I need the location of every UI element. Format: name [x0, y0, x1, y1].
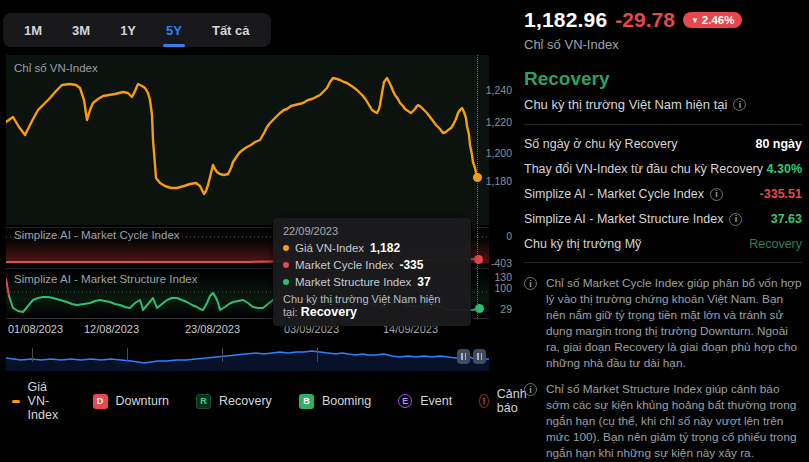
tooltip-date: 22/09/2023 [283, 225, 461, 237]
navigator-tick [317, 348, 318, 362]
stat-label-text: Chu kỳ thị trường Mỹ [524, 237, 641, 251]
tooltip-footer: Chu kỳ thị trường Việt Nam hiện tại:Reco… [283, 293, 461, 319]
last-value-marker [473, 173, 482, 182]
market-phase-subtitle: Chu kỳ thị trường Việt Nam hiện tại i [524, 97, 802, 112]
x-axis-tick-label: 01/08/2023 [8, 323, 63, 335]
stat-row: Chu kỳ thị trường MỹRecovery [524, 237, 802, 251]
footnote: iChỉ số Market Cycle Index giúp phân bổ … [524, 275, 802, 371]
stat-label-text: Thay đổi VN-Index từ đầu chu kỳ Recovery [524, 162, 763, 176]
legend-item-booming[interactable]: BBooming [299, 394, 371, 409]
legend-item-giá-vn-index[interactable]: Giá VN-Index [12, 380, 66, 422]
sidebar-stats-panel: 1,182.96 -29.78 ▼2.46% Chỉ số VN-Index R… [524, 0, 802, 462]
info-icon[interactable]: i [729, 213, 742, 226]
stat-label-text: Simplize AI - Market Structure Index [524, 212, 723, 226]
stat-label: Chu kỳ thị trường Mỹ [524, 237, 641, 251]
vnindex-panel-title: Chỉ số VN-Index [14, 62, 98, 74]
vnindex-chart-panel[interactable]: Chỉ số VN-Index [6, 55, 489, 225]
last-value-marker [474, 255, 483, 264]
stat-value: Recovery [749, 237, 802, 251]
tooltip-footer-value: Recovery [301, 305, 357, 319]
divider [524, 124, 802, 125]
stat-label: Simplize AI - Market Cycle Indexi [524, 187, 723, 201]
stat-label: Simplize AI - Market Structure Indexi [524, 212, 742, 226]
navigator-tick [32, 348, 33, 362]
triangle-down-icon: ▼ [691, 16, 699, 25]
stat-label: Thay đổi VN-Index từ đầu chu kỳ Recovery [524, 162, 763, 176]
legend-label: Event [420, 394, 452, 408]
legend-label: Downturn [116, 394, 170, 408]
stat-row: Số ngày ở chu kỳ Recovery80 ngày [524, 137, 802, 151]
x-axis-tick-label: 23/08/2023 [185, 323, 240, 335]
x-axis-tick-label: 12/08/2023 [84, 323, 139, 335]
stat-value: 80 ngày [755, 137, 802, 151]
stat-row: Simplize AI - Market Cycle Indexi-335.51 [524, 187, 802, 201]
chart-tooltip: 22/09/2023 Giá VN-Index1,182Market Cycle… [273, 218, 471, 326]
series-dot-icon [283, 245, 289, 251]
change-percent-badge: ▼2.46% [683, 12, 743, 28]
market-phase-subtitle-text: Chu kỳ thị trường Việt Nam hiện tại [524, 97, 727, 112]
legend-label: Giá VN-Index [28, 380, 66, 422]
stat-label: Số ngày ở chu kỳ Recovery [524, 137, 677, 151]
change-percent-value: 2.46% [702, 14, 735, 26]
tooltip-row: Market Structure Index37 [283, 275, 461, 289]
navigator-left-handle[interactable] [457, 349, 470, 364]
stat-row: Thay đổi VN-Index từ đầu chu kỳ Recovery… [524, 162, 802, 176]
divider [524, 262, 802, 263]
navigator-right-handle[interactable] [473, 349, 486, 364]
index-change: -29.78 [615, 8, 675, 32]
booming-badge-icon: B [299, 394, 314, 409]
recovery-badge-icon: R [196, 394, 211, 409]
tooltip-row-value: -335 [399, 258, 423, 272]
chart-area: Chỉ số VN-Index Simplize AI - Market Cyc… [0, 0, 516, 462]
tooltip-row-label: Giá VN-Index [295, 242, 364, 254]
event-circle-icon: E [398, 394, 412, 408]
stat-row: Simplize AI - Market Structure Indexi37.… [524, 212, 802, 226]
info-icon[interactable]: i [733, 98, 746, 111]
tooltip-row-value: 37 [417, 275, 430, 289]
stat-value: 4.30% [767, 162, 802, 176]
footnote-text: Chỉ số Market Structure Index giúp cảnh … [546, 381, 802, 461]
crosshair-line [477, 55, 478, 318]
legend-item-event[interactable]: EEvent [398, 394, 452, 408]
index-name-label: Chỉ số VN-Index [524, 37, 802, 52]
range-navigator[interactable] [6, 345, 489, 371]
chart-legend: Giá VN-IndexDDownturnRRecoveryBBoomingEE… [12, 380, 531, 422]
navigator-tick [222, 348, 223, 362]
navigator-tick [127, 348, 128, 362]
stat-value: 37.63 [771, 212, 802, 226]
line-swatch-icon [12, 400, 20, 403]
tooltip-row: Giá VN-Index1,182 [283, 241, 461, 255]
cycle-panel-title: Simplize AI - Market Cycle Index [14, 229, 180, 241]
footnote-text: Chỉ số Market Cycle Index giúp phân bổ v… [546, 275, 802, 371]
last-value-marker [475, 304, 484, 313]
info-icon[interactable]: i [710, 188, 723, 201]
price-row: 1,182.96 -29.78 ▼2.46% [524, 8, 802, 32]
stat-value: -335.51 [760, 187, 802, 201]
stat-label-text: Số ngày ở chu kỳ Recovery [524, 137, 677, 151]
series-dot-icon [283, 262, 289, 268]
legend-item-recovery[interactable]: RRecovery [196, 394, 272, 409]
structure-panel-title: Simplize AI - Market Structure Index [14, 273, 197, 285]
downturn-badge-icon: D [93, 394, 108, 409]
stat-label-text: Simplize AI - Market Cycle Index [524, 187, 704, 201]
footnote: iChỉ số Market Structure Index giúp cảnh… [524, 381, 802, 461]
legend-label: Recovery [219, 394, 272, 408]
warning-circle-icon: ! [479, 394, 489, 408]
index-price: 1,182.96 [524, 8, 607, 32]
tooltip-row: Market Cycle Index-335 [283, 258, 461, 272]
series-dot-icon [283, 279, 289, 285]
legend-item-downturn[interactable]: DDownturn [93, 394, 170, 409]
legend-label: Booming [322, 394, 371, 408]
tooltip-row-value: 1,182 [370, 241, 400, 255]
tooltip-row-label: Market Cycle Index [295, 259, 393, 271]
info-icon: i [524, 277, 537, 290]
tooltip-row-label: Market Structure Index [295, 276, 411, 288]
info-icon: i [524, 383, 537, 396]
market-phase-title: Recovery [524, 68, 802, 90]
market-cycle-dashboard: 1M3M1Y5YTất cả Chỉ số VN-Index Simplize … [0, 0, 809, 462]
